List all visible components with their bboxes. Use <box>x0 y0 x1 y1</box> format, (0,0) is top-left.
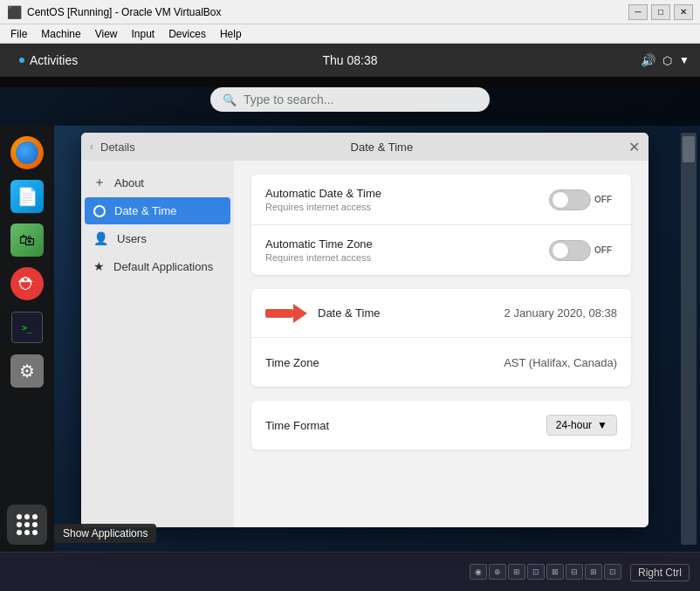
activities-label: Activities <box>30 53 78 67</box>
arrow-head <box>293 304 307 323</box>
arrow-indicator <box>265 304 309 323</box>
date-time-row[interactable]: Date & Time 2 January 2020, 08:38 <box>251 289 631 338</box>
taskbar-network-3[interactable]: ⊞ <box>508 564 525 580</box>
gnome-clock[interactable]: Thu 08:38 <box>322 53 377 67</box>
auto-timezone-label: Automatic Time Zone <box>265 237 549 251</box>
minimize-button[interactable]: ─ <box>628 4 648 20</box>
timezone-setting-label: Time Zone <box>265 356 504 369</box>
auto-date-time-row: Automatic Date & Time Requires internet … <box>251 175 631 225</box>
auto-timezone-state: OFF <box>594 245 612 255</box>
default-apps-icon: ★ <box>93 259 105 273</box>
datetime-icon <box>93 205 106 217</box>
vbox-icon: ⬛ <box>7 5 22 19</box>
gnome-tray: 🔊 ⬡ ▼ <box>641 53 690 67</box>
network-icon[interactable]: ⬡ <box>662 54 672 67</box>
sidebar-item-datetime[interactable]: Date & Time <box>85 197 230 224</box>
settings-content: Automatic Date & Time Requires internet … <box>234 161 649 527</box>
sidebar-label-default-apps: Default Applications <box>113 260 213 273</box>
taskbar-right-ctrl: Right Ctrl <box>630 564 690 580</box>
time-format-group: Time Format 24-hour ▼ <box>251 401 631 450</box>
dock: 📄 🛍 ⛑ >_ ⚙ <box>0 126 54 552</box>
time-format-label: Time Format <box>265 419 546 432</box>
toggle-knob <box>552 191 569 209</box>
timezone-row[interactable]: Time Zone AST (Halifax, Canada) <box>251 338 631 387</box>
sidebar-header-label: Details <box>100 141 135 154</box>
search-icon: 🔍 <box>223 93 237 107</box>
taskbar-network-5[interactable]: ⊠ <box>546 564 564 580</box>
volume-icon[interactable]: 🔊 <box>641 53 655 67</box>
dock-item-firefox[interactable] <box>7 133 47 173</box>
menu-help[interactable]: Help <box>213 26 249 42</box>
taskbar-network-2[interactable]: ⊕ <box>489 564 506 580</box>
search-bar: 🔍 <box>0 77 700 126</box>
taskbar-network-4[interactable]: ⊡ <box>527 564 545 580</box>
taskbar-network-1[interactable]: ◉ <box>470 564 487 580</box>
power-tray-icon[interactable]: ▼ <box>679 54 690 66</box>
sidebar-label-users: Users <box>117 232 147 245</box>
taskbar: ◉ ⊕ ⊞ ⊡ ⊠ ⊟ ⊞ ⊡ Right Ctrl <box>0 552 700 591</box>
show-applications-button[interactable]: Show Applications <box>7 505 47 545</box>
auto-date-time-toggle[interactable] <box>549 189 591 210</box>
menu-bar: File Machine View Input Devices Help <box>0 24 700 44</box>
dock-item-files[interactable]: 📄 <box>7 176 47 216</box>
desktop-content: ‹ Details Date & Time ✕ ＋ About <box>54 126 681 552</box>
time-format-value: 24-hour <box>556 419 592 431</box>
timezone-info: Time Zone <box>265 356 504 369</box>
red-arrow <box>265 304 309 323</box>
window-title-bar: ‹ Details Date & Time ✕ <box>81 133 649 161</box>
taskbar-network-6[interactable]: ⊟ <box>566 564 583 580</box>
date-time-info: Date & Time <box>318 306 504 320</box>
time-format-dropdown[interactable]: 24-hour ▼ <box>546 415 617 436</box>
dock-item-software[interactable]: 🛍 <box>7 220 47 260</box>
taskbar-network-8[interactable]: ⊡ <box>604 564 621 580</box>
activities-button[interactable]: Activities <box>10 50 86 71</box>
auto-settings-group: Automatic Date & Time Requires internet … <box>251 175 631 275</box>
auto-timezone-toggle-wrap: OFF <box>549 240 617 261</box>
menu-machine[interactable]: Machine <box>34 26 87 42</box>
sidebar-item-about[interactable]: ＋ About <box>81 168 234 197</box>
date-time-setting-label: Date & Time <box>318 306 504 320</box>
auto-date-time-label: Automatic Date & Time <box>265 187 549 200</box>
menu-devices[interactable]: Devices <box>161 26 213 42</box>
timezone-toggle-knob <box>552 242 569 259</box>
auto-date-time-state: OFF <box>594 195 612 204</box>
sidebar-label-about: About <box>114 176 144 189</box>
auto-timezone-toggle[interactable] <box>549 240 591 261</box>
auto-date-time-sub: Requires internet access <box>265 202 549 212</box>
window-back-button[interactable]: ‹ <box>90 141 93 153</box>
auto-date-time-toggle-wrap: OFF <box>549 189 617 210</box>
terminal-icon: >_ <box>11 312 43 343</box>
window-close-button[interactable]: ✕ <box>628 139 640 155</box>
window-title: Date & Time <box>135 141 628 154</box>
network-icons: ◉ ⊕ ⊞ ⊡ ⊠ ⊟ ⊞ ⊡ <box>470 564 621 580</box>
date-time-value: 2 January 2020, 08:38 <box>504 306 617 320</box>
dock-item-settings[interactable]: ⚙ <box>7 351 47 391</box>
maximize-button[interactable]: □ <box>651 4 670 20</box>
taskbar-network-7[interactable]: ⊞ <box>585 564 602 580</box>
about-icon: ＋ <box>93 175 106 190</box>
datetime-values-group: Date & Time 2 January 2020, 08:38 Time Z… <box>251 289 631 387</box>
menu-view[interactable]: View <box>88 26 125 42</box>
dock-item-terminal[interactable]: >_ <box>7 307 47 347</box>
users-icon: 👤 <box>93 231 108 245</box>
arrow-body <box>265 309 293 318</box>
dock-item-help[interactable]: ⛑ <box>7 264 47 304</box>
activities-dot <box>19 58 24 63</box>
close-button[interactable]: ✕ <box>674 4 693 20</box>
auto-date-time-info: Automatic Date & Time Requires internet … <box>265 187 549 212</box>
sidebar-item-users[interactable]: 👤 Users <box>81 224 234 252</box>
window-body: ＋ About Date & Time 👤 Users <box>81 161 649 527</box>
title-bar-controls: ─ □ ✕ <box>628 4 693 20</box>
menu-file[interactable]: File <box>3 26 34 42</box>
right-ctrl-label: Right Ctrl <box>630 564 690 581</box>
dropdown-chevron-icon: ▼ <box>597 419 607 431</box>
auto-timezone-info: Automatic Time Zone Requires internet ac… <box>265 237 549 263</box>
time-format-info: Time Format <box>265 419 546 432</box>
settings-sidebar: ＋ About Date & Time 👤 Users <box>81 161 234 527</box>
search-input[interactable] <box>244 93 477 107</box>
sidebar-item-default-apps[interactable]: ★ Default Applications <box>81 252 234 280</box>
side-preview <box>681 133 697 545</box>
preview-item <box>683 136 695 162</box>
menu-input[interactable]: Input <box>125 26 162 42</box>
search-wrap: 🔍 <box>210 87 490 112</box>
